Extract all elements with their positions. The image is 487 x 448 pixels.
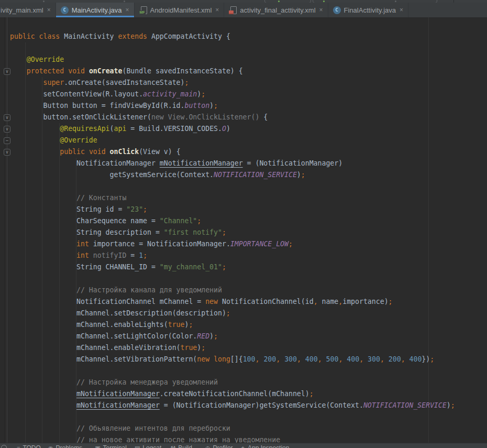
logcat-icon: ▤ xyxy=(135,445,140,448)
code-token xyxy=(10,401,76,409)
code-line xyxy=(10,365,455,377)
code-token: ) xyxy=(297,171,301,179)
code-token xyxy=(89,252,93,259)
code-token xyxy=(10,436,76,443)
code-line: mNotificationManager = (NotificationMana… xyxy=(10,400,455,411)
code-token: ; xyxy=(201,344,205,352)
code-token xyxy=(85,148,89,156)
code-line xyxy=(10,273,455,285)
code-token: // Константы xyxy=(76,194,126,202)
close-icon[interactable]: × xyxy=(47,7,51,13)
code-token: 400 xyxy=(409,355,422,363)
code-token xyxy=(280,355,284,363)
code-token: mChannel.enableLights( xyxy=(10,321,168,329)
close-icon[interactable]: × xyxy=(125,7,129,13)
code-line: int notifyID = 1; xyxy=(10,250,455,261)
code-token: 400 xyxy=(347,355,359,363)
statusbar-item-problems[interactable]: ◉Problems xyxy=(48,444,82,448)
code-line: @Override xyxy=(10,54,455,65)
code-line xyxy=(10,181,455,192)
code-token: 1 xyxy=(139,252,143,259)
code-token: , xyxy=(276,355,280,363)
code-token: , xyxy=(314,298,318,305)
code-token: mNotificationManager xyxy=(76,390,160,398)
class-icon: C xyxy=(61,6,69,14)
editor[interactable]: public class MainActivity extends AppCom… xyxy=(0,17,487,443)
code-token: ; xyxy=(222,228,226,236)
code-line: // Настройка менеджера уведомлений xyxy=(10,377,455,388)
close-icon[interactable]: × xyxy=(215,7,219,13)
code-token xyxy=(10,79,43,86)
code-token: ; xyxy=(189,321,193,329)
statusbar-item-logcat[interactable]: ▤Logcat xyxy=(135,444,161,448)
close-icon[interactable]: × xyxy=(400,7,403,13)
code-token xyxy=(10,125,60,133)
tab-mainactivity-java[interactable]: CMainActivity.java× xyxy=(56,3,135,17)
statusbar-item-build[interactable]: ⚒Build xyxy=(170,444,192,448)
code-token: new View.OnClickListener() xyxy=(151,113,259,121)
code-line: getSystemService(Context.NOTIFICATION_SE… xyxy=(10,169,455,181)
code-token: public xyxy=(10,32,35,40)
statusbar-item-label: App Inspection xyxy=(248,444,289,448)
code-line: CharSequence name = "Channel"; xyxy=(10,215,455,227)
tab-bar: ivity_main.xml×CMainActivity.java×MFAndr… xyxy=(0,3,487,17)
code-token: 200 xyxy=(263,355,276,363)
statusbar-item-app-inspection[interactable]: ◈App Inspection xyxy=(241,444,290,448)
code-area[interactable]: public class MainActivity extends AppCom… xyxy=(10,31,455,443)
code-token: int xyxy=(76,240,89,248)
code-line: button.setOnClickListener(new View.OnCli… xyxy=(10,112,455,123)
code-token xyxy=(85,67,89,75)
fold-line xyxy=(7,17,7,443)
code-token xyxy=(10,240,76,248)
code-token: ) xyxy=(209,332,214,340)
code-token: void xyxy=(89,148,106,156)
code-token xyxy=(209,355,214,363)
code-token: new xyxy=(205,298,218,305)
tab-ivity-main-xml[interactable]: ivity_main.xml× xyxy=(0,3,56,17)
code-token: String id = xyxy=(10,205,126,213)
code-token: ; xyxy=(214,332,218,340)
code-token: api xyxy=(114,125,127,133)
code-token: 100 xyxy=(243,355,256,363)
fold-chevron-icon[interactable]: ∨ xyxy=(4,126,10,133)
code-token: long xyxy=(214,355,230,363)
gutter-separator xyxy=(4,17,5,443)
fold-chevron-icon[interactable]: ∨ xyxy=(4,149,10,156)
code-token: // Настройка менеджера уведомлений xyxy=(76,378,218,386)
code-line: int importance = NotificationManager.IMP… xyxy=(10,238,455,250)
code-token xyxy=(10,390,76,398)
code-token: ; xyxy=(143,252,147,259)
code-token: "Channel" xyxy=(160,217,197,225)
fold-minus-icon[interactable]: − xyxy=(4,137,10,144)
close-icon[interactable]: × xyxy=(319,7,323,13)
run-config-widget[interactable] xyxy=(264,0,311,3)
statusbar-item-profiler[interactable]: ◷Profiler xyxy=(205,444,233,448)
code-token: IMPORTANCE_LOW xyxy=(230,240,289,248)
code-token: ; xyxy=(301,171,305,179)
statusbar-item-todo[interactable]: ≡TODO xyxy=(17,444,41,448)
fold-chevron-icon[interactable]: ∨ xyxy=(4,114,10,121)
code-token: NotificationChannel(id xyxy=(218,298,314,305)
code-token xyxy=(363,355,368,363)
code-token: int xyxy=(76,252,89,259)
fold-chevron-icon[interactable]: ∨ xyxy=(4,68,10,75)
statusbar-item-terminal[interactable]: ▣Terminal xyxy=(95,444,127,448)
tab-androidmanifest-xml[interactable]: MFAndroidManifest.xml× xyxy=(135,3,225,17)
code-token: new xyxy=(197,355,209,363)
code-token: importance = NotificationManager. xyxy=(89,240,230,248)
terminal-icon: ▣ xyxy=(95,445,100,448)
tab-finalacttivity-java[interactable]: CFinalActtivity.java× xyxy=(328,3,408,17)
code-line: mNotificationManager.createNotificationC… xyxy=(10,388,455,400)
code-token: (Bundle savedInstanceState) { xyxy=(122,67,242,75)
code-token: onClick xyxy=(110,148,139,156)
code-token: ; xyxy=(201,90,205,98)
code-token: ; xyxy=(184,79,189,86)
device-widget[interactable] xyxy=(313,0,437,3)
code-line: public class MainActivity extends AppCom… xyxy=(10,31,455,42)
code-token: "my_channel_01" xyxy=(160,263,222,271)
tab-activity-final-acttivity-xml[interactable]: activity_final_acttivity.xml× xyxy=(224,3,328,17)
statusbar-item-label: Profiler xyxy=(213,444,233,448)
tab-label: AndroidManifest.xml xyxy=(150,6,212,14)
code-line: // на новое активити после нажатия на ув… xyxy=(10,434,455,443)
code-token: getSystemService(Context. xyxy=(10,171,214,179)
